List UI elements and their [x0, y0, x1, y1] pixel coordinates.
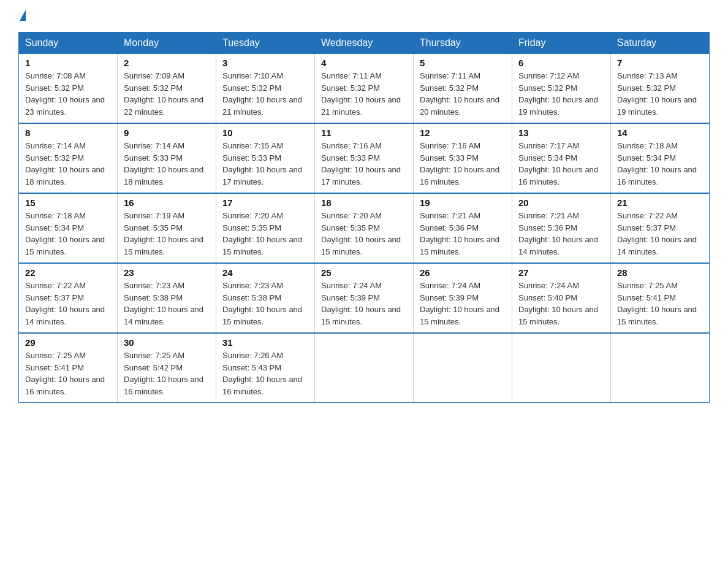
calendar-week-row: 8 Sunrise: 7:14 AMSunset: 5:32 PMDayligh… [19, 123, 710, 193]
header-wednesday: Wednesday [315, 33, 414, 54]
day-number: 22 [25, 267, 111, 278]
day-number: 19 [420, 197, 506, 208]
day-info: Sunrise: 7:22 AMSunset: 5:37 PMDaylight:… [25, 281, 105, 326]
table-row: 16 Sunrise: 7:19 AMSunset: 5:35 PMDaylig… [118, 193, 216, 263]
day-number: 13 [518, 128, 604, 138]
table-row: 14 Sunrise: 7:18 AMSunset: 5:34 PMDaylig… [611, 123, 710, 193]
day-number: 16 [124, 197, 210, 208]
table-row: 20 Sunrise: 7:21 AMSunset: 5:36 PMDaylig… [512, 193, 611, 263]
day-number: 2 [124, 58, 210, 68]
day-number: 31 [222, 337, 308, 348]
day-number: 27 [518, 267, 604, 278]
table-row: 29 Sunrise: 7:25 AMSunset: 5:41 PMDaylig… [19, 333, 118, 403]
day-number: 1 [25, 58, 111, 68]
day-info: Sunrise: 7:23 AMSunset: 5:38 PMDaylight:… [124, 281, 203, 326]
logo-triangle-icon [20, 10, 26, 21]
logo [18, 12, 27, 21]
table-row: 7 Sunrise: 7:13 AMSunset: 5:32 PMDayligh… [611, 54, 710, 124]
calendar-week-row: 1 Sunrise: 7:08 AMSunset: 5:32 PMDayligh… [19, 54, 710, 124]
day-number: 7 [617, 58, 703, 68]
day-number: 15 [25, 197, 111, 208]
day-info: Sunrise: 7:11 AMSunset: 5:32 PMDaylight:… [321, 71, 401, 117]
table-row: 19 Sunrise: 7:21 AMSunset: 5:36 PMDaylig… [414, 193, 512, 263]
day-number: 10 [222, 128, 308, 138]
day-info: Sunrise: 7:14 AMSunset: 5:33 PMDaylight:… [124, 141, 203, 186]
day-info: Sunrise: 7:21 AMSunset: 5:36 PMDaylight:… [420, 211, 499, 256]
calendar-week-row: 15 Sunrise: 7:18 AMSunset: 5:34 PMDaylig… [19, 193, 710, 263]
table-row: 1 Sunrise: 7:08 AMSunset: 5:32 PMDayligh… [19, 54, 118, 124]
day-number: 28 [617, 267, 703, 278]
day-info: Sunrise: 7:25 AMSunset: 5:41 PMDaylight:… [617, 281, 697, 326]
day-number: 20 [518, 197, 604, 208]
day-info: Sunrise: 7:20 AMSunset: 5:35 PMDaylight:… [222, 211, 302, 256]
day-number: 9 [124, 128, 210, 138]
table-row: 18 Sunrise: 7:20 AMSunset: 5:35 PMDaylig… [315, 193, 414, 263]
table-row: 8 Sunrise: 7:14 AMSunset: 5:32 PMDayligh… [19, 123, 118, 193]
table-row [315, 333, 414, 403]
weekday-header-row: Sunday Monday Tuesday Wednesday Thursday… [19, 33, 710, 54]
day-number: 6 [518, 58, 604, 68]
day-info: Sunrise: 7:25 AMSunset: 5:41 PMDaylight:… [25, 351, 105, 396]
day-info: Sunrise: 7:15 AMSunset: 5:33 PMDaylight:… [222, 141, 302, 186]
table-row [414, 333, 512, 403]
table-row: 21 Sunrise: 7:22 AMSunset: 5:37 PMDaylig… [611, 193, 710, 263]
table-row: 30 Sunrise: 7:25 AMSunset: 5:42 PMDaylig… [118, 333, 216, 403]
day-info: Sunrise: 7:11 AMSunset: 5:32 PMDaylight:… [420, 71, 499, 117]
day-number: 18 [321, 197, 407, 208]
header-saturday: Saturday [611, 33, 710, 54]
day-info: Sunrise: 7:19 AMSunset: 5:35 PMDaylight:… [124, 211, 203, 256]
table-row: 15 Sunrise: 7:18 AMSunset: 5:34 PMDaylig… [19, 193, 118, 263]
table-row: 22 Sunrise: 7:22 AMSunset: 5:37 PMDaylig… [19, 263, 118, 333]
day-info: Sunrise: 7:12 AMSunset: 5:32 PMDaylight:… [518, 71, 598, 117]
day-info: Sunrise: 7:16 AMSunset: 5:33 PMDaylight:… [321, 141, 401, 186]
day-number: 30 [124, 337, 210, 348]
table-row: 31 Sunrise: 7:26 AMSunset: 5:43 PMDaylig… [216, 333, 315, 403]
day-info: Sunrise: 7:20 AMSunset: 5:35 PMDaylight:… [321, 211, 401, 256]
day-info: Sunrise: 7:21 AMSunset: 5:36 PMDaylight:… [518, 211, 598, 256]
header-friday: Friday [512, 33, 611, 54]
day-info: Sunrise: 7:17 AMSunset: 5:34 PMDaylight:… [518, 141, 598, 186]
table-row: 10 Sunrise: 7:15 AMSunset: 5:33 PMDaylig… [216, 123, 315, 193]
table-row: 11 Sunrise: 7:16 AMSunset: 5:33 PMDaylig… [315, 123, 414, 193]
day-info: Sunrise: 7:24 AMSunset: 5:39 PMDaylight:… [420, 281, 499, 326]
day-number: 29 [25, 337, 111, 348]
table-row: 4 Sunrise: 7:11 AMSunset: 5:32 PMDayligh… [315, 54, 414, 124]
day-info: Sunrise: 7:25 AMSunset: 5:42 PMDaylight:… [124, 351, 203, 396]
table-row: 6 Sunrise: 7:12 AMSunset: 5:32 PMDayligh… [512, 54, 611, 124]
day-number: 8 [25, 128, 111, 138]
header-sunday: Sunday [19, 33, 118, 54]
day-info: Sunrise: 7:16 AMSunset: 5:33 PMDaylight:… [420, 141, 499, 186]
day-info: Sunrise: 7:10 AMSunset: 5:32 PMDaylight:… [222, 71, 302, 117]
table-row: 13 Sunrise: 7:17 AMSunset: 5:34 PMDaylig… [512, 123, 611, 193]
day-info: Sunrise: 7:18 AMSunset: 5:34 PMDaylight:… [25, 211, 105, 256]
header-tuesday: Tuesday [216, 33, 315, 54]
day-number: 21 [617, 197, 703, 208]
day-info: Sunrise: 7:26 AMSunset: 5:43 PMDaylight:… [222, 351, 302, 396]
header-thursday: Thursday [414, 33, 512, 54]
table-row: 24 Sunrise: 7:23 AMSunset: 5:38 PMDaylig… [216, 263, 315, 333]
day-number: 3 [222, 58, 308, 68]
day-number: 26 [420, 267, 506, 278]
table-row: 3 Sunrise: 7:10 AMSunset: 5:32 PMDayligh… [216, 54, 315, 124]
day-info: Sunrise: 7:14 AMSunset: 5:32 PMDaylight:… [25, 141, 105, 186]
day-number: 24 [222, 267, 308, 278]
calendar-table: Sunday Monday Tuesday Wednesday Thursday… [18, 32, 710, 403]
day-number: 5 [420, 58, 506, 68]
calendar-week-row: 29 Sunrise: 7:25 AMSunset: 5:41 PMDaylig… [19, 333, 710, 403]
page-header [18, 12, 710, 21]
table-row: 26 Sunrise: 7:24 AMSunset: 5:39 PMDaylig… [414, 263, 512, 333]
day-info: Sunrise: 7:13 AMSunset: 5:32 PMDaylight:… [617, 71, 697, 117]
table-row: 2 Sunrise: 7:09 AMSunset: 5:32 PMDayligh… [118, 54, 216, 124]
table-row: 27 Sunrise: 7:24 AMSunset: 5:40 PMDaylig… [512, 263, 611, 333]
table-row: 9 Sunrise: 7:14 AMSunset: 5:33 PMDayligh… [118, 123, 216, 193]
day-number: 25 [321, 267, 407, 278]
table-row: 25 Sunrise: 7:24 AMSunset: 5:39 PMDaylig… [315, 263, 414, 333]
calendar-week-row: 22 Sunrise: 7:22 AMSunset: 5:37 PMDaylig… [19, 263, 710, 333]
table-row: 23 Sunrise: 7:23 AMSunset: 5:38 PMDaylig… [118, 263, 216, 333]
table-row: 17 Sunrise: 7:20 AMSunset: 5:35 PMDaylig… [216, 193, 315, 263]
day-number: 14 [617, 128, 703, 138]
day-info: Sunrise: 7:23 AMSunset: 5:38 PMDaylight:… [222, 281, 302, 326]
day-number: 11 [321, 128, 407, 138]
day-info: Sunrise: 7:08 AMSunset: 5:32 PMDaylight:… [25, 71, 105, 117]
day-info: Sunrise: 7:24 AMSunset: 5:40 PMDaylight:… [518, 281, 598, 326]
